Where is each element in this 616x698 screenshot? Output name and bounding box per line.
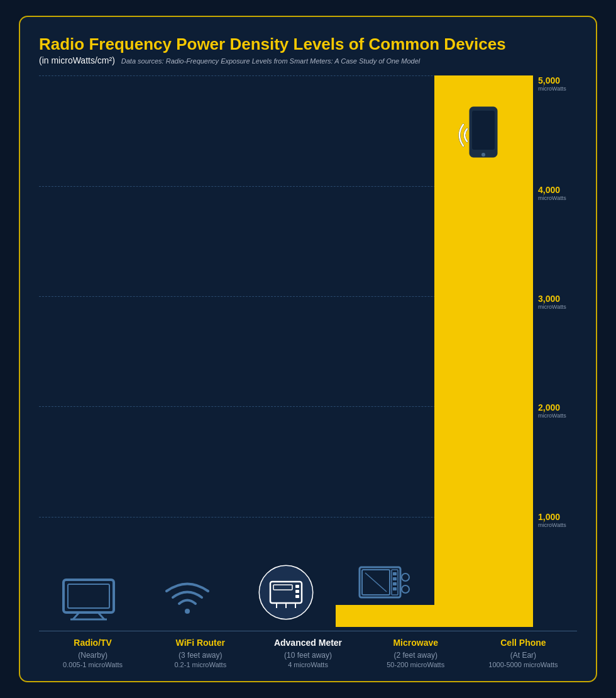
- label-microwave-name: Microwave: [365, 638, 467, 648]
- label-wifi-name: WiFi Router: [149, 638, 251, 648]
- label-radio-tv-sub: (Nearby): [41, 651, 144, 660]
- y-value-2000: 2,000: [538, 402, 577, 413]
- wifi-icon: [159, 577, 216, 621]
- main-title: Radio Frequency Power Density Levels of …: [39, 35, 577, 54]
- label-meter-value: 4 microWatts: [256, 661, 359, 668]
- svg-rect-11: [295, 590, 299, 593]
- col-meter: [236, 75, 335, 627]
- y-axis: 5,000 microWatts 4,000 microWatts 3,000 …: [533, 75, 577, 627]
- svg-rect-12: [295, 595, 299, 598]
- radio-tv-icon-area: [60, 577, 117, 621]
- svg-rect-22: [393, 582, 397, 585]
- label-microwave-sub: (2 feet away): [365, 651, 467, 660]
- label-cellphone-value: 1000-5000 microWatts: [472, 661, 575, 668]
- advanced-meter-icon: [258, 564, 314, 621]
- infographic-card: Radio Frequency Power Density Levels of …: [19, 16, 597, 682]
- y-unit-1000: microWatts: [538, 522, 577, 528]
- svg-point-7: [260, 566, 312, 619]
- svg-point-28: [481, 153, 485, 157]
- svg-rect-1: [68, 584, 109, 608]
- y-unit-3000: microWatts: [538, 304, 577, 310]
- col-wifi: [138, 75, 236, 627]
- meter-icon-area: [258, 564, 314, 621]
- y-value-3000: 3,000: [538, 294, 577, 304]
- svg-rect-21: [393, 577, 397, 580]
- label-meter-sub: (10 feet away): [256, 651, 359, 660]
- label-wifi-value: 0.2-1 microWatts: [149, 661, 251, 668]
- svg-rect-23: [393, 587, 397, 590]
- svg-rect-20: [393, 572, 397, 575]
- microwave-bar: [336, 605, 434, 627]
- label-microwave-value: 50-200 microWatts: [365, 661, 467, 668]
- col-microwave: [336, 75, 434, 627]
- y-value-1000: 1,000: [538, 512, 577, 522]
- svg-rect-27: [472, 111, 495, 150]
- svg-point-5: [185, 609, 190, 614]
- label-radio-tv-name: Radio/TV: [41, 638, 144, 648]
- units-label: (in microWatts/cm²): [39, 55, 115, 65]
- svg-point-25: [402, 585, 409, 593]
- label-meter-name: Advanced Meter: [256, 638, 359, 648]
- chart-area: 5,000 microWatts 4,000 microWatts 3,000 …: [39, 75, 577, 627]
- label-radio-tv: Radio/TV (Nearby) 0.005-1 microWatts: [39, 631, 146, 668]
- subtitle-row: (in microWatts/cm²) Data sources: Radio-…: [39, 55, 577, 65]
- y-label-2000: 2,000 microWatts: [533, 402, 577, 419]
- y-value-4000: 4,000: [538, 185, 577, 195]
- y-label-1000: 1,000 microWatts: [533, 512, 577, 528]
- plot-area: [39, 75, 533, 627]
- header: Radio Frequency Power Density Levels of …: [39, 35, 577, 65]
- radio-tv-icon: [60, 577, 117, 621]
- y-label-5000: 5,000 microWatts: [533, 75, 577, 92]
- source-label: Data sources: Radio-Frequency Exposure L…: [121, 57, 420, 65]
- y-label-4000: 4,000 microWatts: [533, 185, 577, 201]
- cellphone-icon-area: [434, 94, 533, 176]
- label-wifi: WiFi Router (3 feet away) 0.2-1 microWat…: [146, 631, 254, 668]
- y-value-5000: 5,000: [538, 75, 577, 86]
- cellphone-icon: [452, 94, 515, 176]
- wifi-icon-area: [159, 577, 216, 621]
- col-cellphone: [434, 75, 533, 627]
- label-cellphone-sub: (At Ear): [472, 651, 575, 660]
- label-microwave: Microwave (2 feet away) 50-200 microWatt…: [362, 631, 470, 668]
- label-meter: Advanced Meter (10 feet away) 4 microWat…: [254, 631, 361, 668]
- col-radio-tv: [39, 75, 138, 627]
- svg-rect-10: [295, 585, 299, 588]
- y-label-3000: 3,000 microWatts: [533, 294, 577, 310]
- microwave-icon: [356, 561, 413, 605]
- label-cellphone-name: Cell Phone: [472, 638, 575, 648]
- microwave-icon-area: [356, 561, 413, 605]
- label-wifi-sub: (3 feet away): [149, 651, 251, 660]
- label-radio-tv-value: 0.005-1 microWatts: [41, 661, 144, 668]
- y-unit-2000: microWatts: [538, 413, 577, 419]
- y-unit-5000: microWatts: [538, 86, 577, 92]
- svg-point-24: [402, 573, 409, 581]
- svg-line-18: [365, 573, 387, 592]
- bar-columns: [39, 75, 533, 627]
- labels-row: Radio/TV (Nearby) 0.005-1 microWatts WiF…: [39, 631, 577, 668]
- y-unit-4000: microWatts: [538, 195, 577, 201]
- label-cellphone: Cell Phone (At Ear) 1000-5000 microWatts: [470, 631, 577, 668]
